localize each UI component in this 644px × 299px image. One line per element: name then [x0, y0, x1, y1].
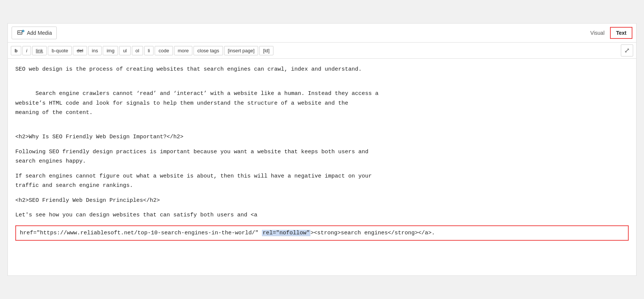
content-paragraph-1: SEO web design is the process of creatin… [15, 65, 629, 74]
highlighted-line-before: href="https://www.reliablesoft.net/top-1… [20, 230, 262, 236]
content-h2-2: <h2>SEO Friendly Web Design Principles</… [15, 196, 629, 206]
toolbar-btn-b[interactable]: b [11, 46, 21, 55]
tab-text[interactable]: Text [610, 27, 632, 39]
editor-container: Add Media Visual Text b i link b-quote d… [7, 23, 637, 276]
toolbar-btn-ld[interactable]: [ld] [259, 46, 273, 55]
fullscreen-button[interactable]: ⤢ [621, 44, 633, 56]
toolbar: b i link b-quote del ins img ul ol li co… [8, 43, 636, 59]
toolbar-btn-ins[interactable]: ins [88, 46, 102, 55]
add-media-label: Add Media [27, 30, 52, 36]
content-partial-line: Let's see how you can design websites th… [15, 210, 629, 220]
content-paragraph-4: If search engines cannot figure out what… [15, 172, 629, 191]
content-paragraph-2: Search engine crawlers cannot ‘read’ and… [15, 80, 629, 127]
add-media-icon [16, 29, 25, 37]
content-h2-1: <h2>Why Is SEO Friendly Web Design Impor… [15, 132, 629, 142]
toolbar-btn-i[interactable]: i [22, 46, 31, 55]
toolbar-btn-link[interactable]: link [32, 46, 47, 55]
content-paragraph-3: Following SEO friendly design practices … [15, 147, 629, 166]
toolbar-btn-code[interactable]: code [155, 46, 173, 55]
toolbar-btn-ul[interactable]: ul [119, 46, 130, 55]
toolbar-btn-bquote[interactable]: b-quote [48, 46, 72, 55]
fullscreen-icon: ⤢ [624, 47, 630, 54]
highlighted-content-block: href="https://www.reliablesoft.net/top-1… [15, 225, 629, 241]
toolbar-btn-more[interactable]: more [174, 46, 193, 55]
toolbar-btn-ol[interactable]: ol [132, 46, 143, 55]
toolbar-btn-img[interactable]: img [103, 46, 118, 55]
tab-visual[interactable]: Visual [585, 27, 610, 39]
toolbar-btn-close-tags[interactable]: close tags [193, 46, 223, 55]
toolbar-btn-insert-page[interactable]: [insert page] [224, 46, 258, 55]
highlighted-selection: rel="nofollow" [262, 230, 310, 236]
content-area[interactable]: SEO web design is the process of creatin… [8, 59, 636, 275]
top-bar: Add Media Visual Text [8, 24, 636, 43]
highlighted-line-after: ><strong>search engines</strong></a>. [310, 230, 435, 236]
view-tabs: Visual Text [585, 27, 632, 39]
add-media-button[interactable]: Add Media [12, 27, 57, 39]
toolbar-btn-li[interactable]: li [144, 46, 154, 55]
toolbar-btn-del[interactable]: del [73, 46, 87, 55]
